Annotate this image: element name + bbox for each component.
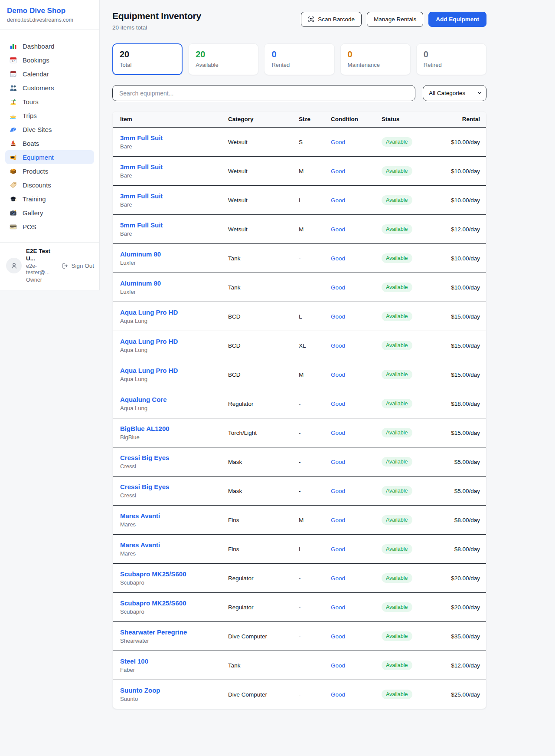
sidebar-item-equipment[interactable]: Equipment	[5, 150, 94, 164]
item-name-link[interactable]: Aqua Lung Pro HD	[120, 309, 221, 316]
item-name-link[interactable]: Aqua Lung Pro HD	[120, 367, 221, 374]
sidebar-item-tours[interactable]: Tours	[5, 95, 94, 108]
condition-link[interactable]: Good	[331, 517, 345, 523]
sidebar-item-bookings[interactable]: 17 Bookings	[5, 53, 94, 67]
item-name-link[interactable]: Cressi Big Eyes	[120, 483, 221, 490]
condition-link[interactable]: Good	[331, 430, 345, 436]
sidebar-item-gallery[interactable]: Gallery	[5, 206, 94, 220]
item-size: -	[291, 564, 323, 593]
col-header-condition: Condition	[323, 112, 374, 127]
item-rental: $10.00/day	[426, 157, 486, 186]
item-rental: $35.00/day	[426, 622, 486, 651]
item-category: Fins	[221, 535, 291, 564]
sidebar: Demo Dive Shop demo.test.divestreams.com…	[0, 0, 100, 290]
item-name-link[interactable]: Suunto Zoop	[120, 687, 221, 694]
table-row: Aqua Lung Pro HD Aqua Lung BCD M Good Av…	[113, 360, 486, 389]
condition-link[interactable]: Good	[331, 604, 345, 611]
stat-card-rented[interactable]: 0 Rented	[264, 43, 334, 75]
sidebar-item-training[interactable]: Training	[5, 192, 94, 206]
manage-rentals-button[interactable]: Manage Rentals	[367, 12, 423, 27]
sidebar-item-label: Training	[23, 195, 46, 203]
item-name-link[interactable]: Steel 100	[120, 657, 221, 665]
condition-link[interactable]: Good	[331, 197, 345, 204]
item-name-link[interactable]: Aluminum 80	[120, 279, 221, 287]
condition-link[interactable]: Good	[331, 342, 345, 349]
item-name-link[interactable]: Scubapro MK25/S600	[120, 599, 221, 607]
condition-link[interactable]: Good	[331, 139, 345, 145]
condition-link[interactable]: Good	[331, 488, 345, 494]
sidebar-item-trips[interactable]: Trips	[5, 108, 94, 122]
condition-link[interactable]: Good	[331, 691, 345, 698]
condition-link[interactable]: Good	[331, 168, 345, 174]
status-badge: Available	[382, 312, 412, 321]
condition-link[interactable]: Good	[331, 313, 345, 320]
stat-label-available: Available	[196, 62, 251, 68]
items-total-subtitle: 20 items total	[112, 24, 201, 31]
item-brand: Bare	[120, 172, 221, 179]
item-category: BCD	[221, 360, 291, 389]
item-name-link[interactable]: Cressi Big Eyes	[120, 454, 221, 461]
sign-out-button[interactable]: Sign Out	[62, 263, 94, 269]
stat-value-rented: 0	[271, 49, 327, 59]
add-equipment-button[interactable]: Add Equipment	[428, 12, 486, 27]
sidebar-nav: Dashboard 17 Bookings Calendar Customers…	[0, 29, 99, 242]
condition-link[interactable]: Good	[331, 633, 345, 640]
item-name-link[interactable]: Aqua Lung Pro HD	[120, 338, 221, 345]
item-name-link[interactable]: 3mm Full Suit	[120, 192, 221, 200]
condition-link[interactable]: Good	[331, 401, 345, 407]
palm-tree-island-icon	[10, 98, 17, 105]
condition-link[interactable]: Good	[331, 662, 345, 669]
table-row: Cressi Big Eyes Cressi Mask - Good Avail…	[113, 447, 486, 477]
sidebar-item-calendar[interactable]: Calendar	[5, 67, 94, 81]
item-rental: $10.00/day	[426, 244, 486, 273]
item-name-link[interactable]: 3mm Full Suit	[120, 134, 221, 141]
sidebar-item-discounts[interactable]: Discounts	[5, 178, 94, 192]
condition-link[interactable]: Good	[331, 255, 345, 262]
svg-text:17: 17	[12, 59, 15, 62]
sidebar-item-pos[interactable]: POS	[5, 220, 94, 233]
sidebar-item-dashboard[interactable]: Dashboard	[5, 39, 94, 53]
condition-link[interactable]: Good	[331, 575, 345, 582]
stat-card-retired[interactable]: 0 Retired	[416, 43, 486, 75]
scan-barcode-label: Scan Barcode	[318, 16, 355, 23]
status-badge: Available	[382, 428, 412, 437]
item-brand: Luxfer	[120, 260, 221, 266]
item-name-link[interactable]: Mares Avanti	[120, 541, 221, 549]
stat-card-available[interactable]: 20 Available	[188, 43, 258, 75]
item-name-link[interactable]: Scubapro MK25/S600	[120, 570, 221, 578]
scan-barcode-button[interactable]: Scan Barcode	[301, 12, 362, 27]
status-badge: Available	[382, 137, 412, 147]
sidebar-item-label: Equipment	[23, 154, 54, 161]
sidebar-item-customers[interactable]: Customers	[5, 81, 94, 95]
stat-card-total[interactable]: 20 Total	[112, 43, 183, 75]
avatar	[6, 258, 22, 273]
item-name-link[interactable]: 3mm Full Suit	[120, 163, 221, 171]
category-select[interactable]: All Categories	[423, 85, 486, 101]
item-name-link[interactable]: Shearwater Peregrine	[120, 628, 221, 636]
item-name-link[interactable]: Aluminum 80	[120, 250, 221, 258]
condition-link[interactable]: Good	[331, 226, 345, 233]
brand-title[interactable]: Demo Dive Shop	[7, 7, 92, 15]
credit-card-icon	[10, 223, 17, 230]
condition-link[interactable]: Good	[331, 546, 345, 552]
condition-link[interactable]: Good	[331, 459, 345, 465]
stat-card-maintenance[interactable]: 0 Maintenance	[340, 43, 411, 75]
table-row: 3mm Full Suit Bare Wetsuit L Good Availa…	[113, 186, 486, 215]
tear-off-calendar-icon	[10, 70, 17, 78]
item-category: Wetsuit	[221, 127, 291, 157]
item-category: BCD	[221, 331, 291, 360]
sidebar-item-label: Tours	[23, 98, 39, 105]
item-name-link[interactable]: 5mm Full Suit	[120, 221, 221, 229]
sidebar-item-dive-sites[interactable]: Dive Sites	[5, 122, 94, 136]
item-name-link[interactable]: Mares Avanti	[120, 512, 221, 519]
item-name-link[interactable]: Aqualung Core	[120, 396, 221, 403]
condition-link[interactable]: Good	[331, 371, 345, 378]
search-input[interactable]	[112, 85, 415, 101]
sidebar-item-boats[interactable]: Boats	[5, 136, 94, 150]
item-size: -	[291, 447, 323, 477]
item-name-link[interactable]: BigBlue AL1200	[120, 425, 221, 432]
sidebar-item-products[interactable]: Products	[5, 164, 94, 178]
item-brand: Aqua Lung	[120, 405, 221, 411]
condition-link[interactable]: Good	[331, 284, 345, 291]
item-brand: Suunto	[120, 696, 221, 702]
